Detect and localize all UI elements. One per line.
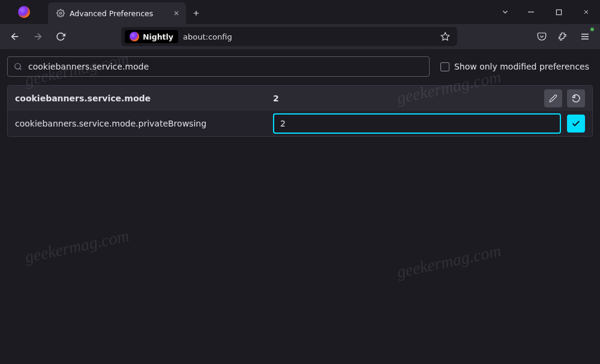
firefox-logo-slot bbox=[0, 0, 48, 24]
about-config-content: Show only modified preferences cookieban… bbox=[0, 49, 600, 144]
svg-line-16 bbox=[20, 68, 22, 70]
show-modified-toggle[interactable]: Show only modified preferences bbox=[440, 62, 593, 71]
brand-label: Nightly bbox=[143, 32, 173, 41]
firefox-brand-icon bbox=[130, 32, 139, 41]
pref-name: cookiebanners.service.mode.privateBrowsi… bbox=[15, 119, 273, 128]
tab-title: Advanced Preferences bbox=[70, 9, 168, 18]
svg-point-15 bbox=[15, 64, 20, 69]
checkbox-icon[interactable] bbox=[440, 62, 449, 71]
tab-list-button[interactable] bbox=[493, 0, 517, 24]
firefox-logo-icon bbox=[18, 6, 30, 18]
search-icon bbox=[14, 62, 22, 71]
window-controls bbox=[517, 0, 600, 24]
notification-dot-icon bbox=[590, 28, 594, 31]
titlebar: Advanced Preferences bbox=[0, 0, 600, 24]
minimize-button[interactable] bbox=[517, 0, 545, 24]
pref-search-input[interactable] bbox=[28, 62, 423, 71]
pref-search-field[interactable] bbox=[7, 56, 430, 77]
pref-value: 2 bbox=[273, 94, 544, 103]
maximize-button[interactable] bbox=[545, 0, 572, 24]
identity-box[interactable]: Nightly bbox=[125, 30, 178, 43]
watermark: geekermag.com bbox=[395, 241, 503, 282]
watermark: geekermag.com bbox=[23, 226, 131, 267]
svg-point-0 bbox=[59, 12, 62, 14]
edit-button[interactable] bbox=[544, 89, 562, 107]
url-bar[interactable]: Nightly about:config bbox=[121, 27, 457, 46]
show-modified-label: Show only modified preferences bbox=[454, 62, 589, 71]
forward-button[interactable] bbox=[28, 26, 48, 47]
browser-tab[interactable]: Advanced Preferences bbox=[48, 2, 186, 24]
url-text: about:config bbox=[183, 32, 440, 41]
pref-edit-input[interactable] bbox=[273, 113, 561, 134]
save-button[interactable] bbox=[567, 115, 585, 133]
bookmark-star-icon[interactable] bbox=[440, 32, 450, 41]
window-close-button[interactable] bbox=[572, 0, 600, 24]
titlebar-drag-area[interactable] bbox=[206, 0, 493, 24]
reset-button[interactable] bbox=[567, 89, 585, 107]
close-icon[interactable] bbox=[173, 10, 180, 17]
svg-marker-11 bbox=[441, 32, 449, 40]
pocket-button[interactable] bbox=[532, 26, 552, 47]
pref-row[interactable]: cookiebanners.service.mode.privateBrowsi… bbox=[8, 111, 592, 136]
back-button[interactable] bbox=[5, 26, 25, 47]
extensions-button[interactable] bbox=[553, 26, 574, 47]
svg-rect-6 bbox=[556, 10, 561, 14]
navigation-toolbar: Nightly about:config bbox=[0, 24, 600, 49]
reload-button[interactable] bbox=[50, 26, 71, 47]
gear-icon bbox=[56, 9, 65, 17]
new-tab-button[interactable] bbox=[186, 2, 206, 24]
pref-row[interactable]: cookiebanners.service.mode 2 bbox=[8, 86, 592, 111]
pref-name: cookiebanners.service.mode bbox=[15, 94, 273, 103]
pref-list: cookiebanners.service.mode 2 cookiebanne… bbox=[7, 85, 593, 137]
app-menu-button[interactable] bbox=[575, 26, 595, 47]
